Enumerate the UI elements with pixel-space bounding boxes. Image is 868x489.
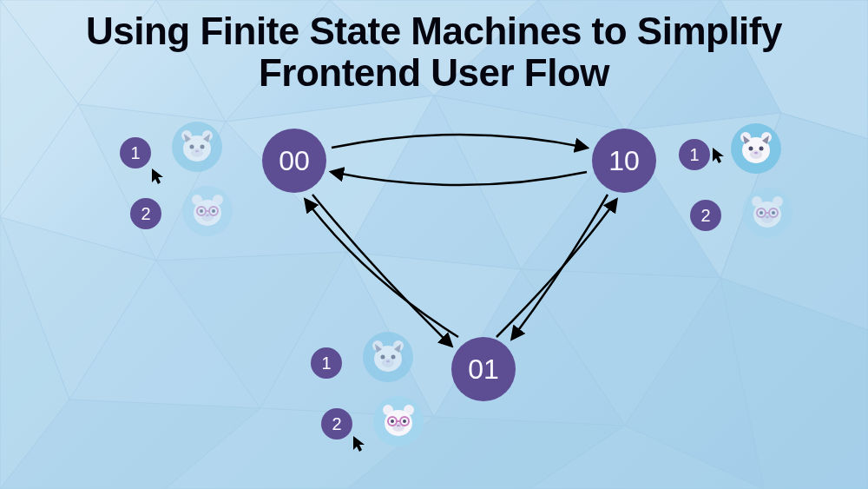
svg-point-36 <box>200 209 203 213</box>
tiger-icon <box>177 127 217 167</box>
svg-point-58 <box>382 359 394 367</box>
svg-point-61 <box>386 360 390 363</box>
svg-point-32 <box>206 215 209 217</box>
bottom-badge-1: 1 <box>311 347 342 379</box>
right-avatar-1 <box>731 123 781 174</box>
bottom-avatar-1 <box>363 332 413 382</box>
cursor-icon <box>149 167 168 186</box>
tiger-glasses-icon <box>187 191 227 231</box>
svg-point-53 <box>760 211 763 215</box>
left-badge-2: 2 <box>130 198 161 229</box>
state-label-01: 01 <box>468 354 499 386</box>
tiger-icon <box>368 337 408 377</box>
svg-point-60 <box>391 355 396 360</box>
tiger-icon <box>736 129 776 169</box>
svg-point-27 <box>195 150 199 153</box>
state-node-10: 10 <box>592 129 656 193</box>
svg-point-59 <box>381 355 385 360</box>
state-node-01: 01 <box>451 337 516 401</box>
svg-point-42 <box>749 147 753 151</box>
bottom-badge-2: 2 <box>321 408 352 439</box>
left-badge-1: 1 <box>120 137 151 169</box>
svg-point-49 <box>766 216 769 219</box>
svg-point-24 <box>191 149 203 157</box>
svg-point-70 <box>391 420 394 423</box>
svg-point-54 <box>772 211 775 215</box>
page-title: Using Finite State Machines to Simplify … <box>0 10 868 95</box>
svg-point-25 <box>190 145 194 149</box>
state-label-10: 10 <box>608 145 640 177</box>
svg-point-37 <box>212 209 215 213</box>
svg-point-41 <box>750 150 762 159</box>
svg-point-26 <box>201 145 205 149</box>
tiger-glasses-icon <box>378 401 418 441</box>
cursor-icon <box>710 146 729 165</box>
svg-point-44 <box>754 152 758 155</box>
state-label-00: 00 <box>279 145 310 177</box>
svg-point-66 <box>397 425 400 427</box>
left-avatar-2 <box>182 186 233 236</box>
right-avatar-2 <box>742 188 792 238</box>
bottom-avatar-2 <box>373 396 424 446</box>
right-badge-1: 1 <box>679 139 710 170</box>
tiger-glasses-icon <box>747 193 787 233</box>
left-avatar-1 <box>172 122 222 172</box>
svg-point-71 <box>403 420 406 423</box>
cursor-icon <box>351 434 370 453</box>
state-node-00: 00 <box>262 129 326 193</box>
right-badge-2: 2 <box>690 200 721 231</box>
svg-point-43 <box>760 147 764 151</box>
